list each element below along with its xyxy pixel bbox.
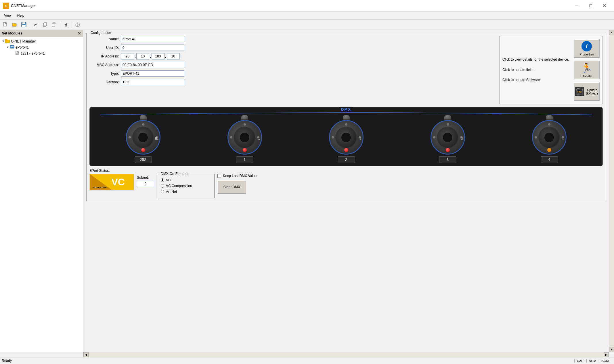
update-icon: 🏃 [581,62,592,73]
radio-artnet-btn[interactable] [161,190,164,193]
num-label-2: 2 [359,137,361,140]
type-input[interactable] [121,70,184,77]
dot-left-4 [535,136,537,138]
print-button[interactable]: 🖨 [62,21,70,29]
connector-middle-4 [538,127,560,148]
version-label: Version: [89,80,121,84]
connector-body-2[interactable]: 2 [329,120,364,155]
expand-icon-cnet: ▼ [2,40,5,43]
subnet-input[interactable] [137,181,154,187]
mac-input[interactable] [121,62,184,68]
menu-view[interactable]: View [1,13,14,18]
eport-status: EPort Status: VC compulite [89,169,134,190]
ip-label: IP Address: [89,54,121,58]
right-panel: Configuration Name: User ID: [83,30,609,352]
config-legend: Configuration [89,31,112,35]
ip-seg-1[interactable] [121,53,134,59]
tree-item-eport[interactable]: ▼ ePort-41 [0,44,83,50]
connector-number-3: 3 [439,156,456,163]
device-icon-eport [10,45,14,50]
menu-help[interactable]: Help [14,13,27,18]
panel-close-button[interactable]: ✕ [78,31,81,36]
version-input[interactable] [121,79,184,85]
close-button[interactable]: ✕ [598,1,611,10]
ip-seg-4[interactable] [167,53,180,59]
tree-label-eport: ePort-41 [16,45,29,49]
cut-button[interactable]: ✂ [31,21,40,29]
dot-top-3 [447,123,449,126]
connector-center-2 [341,132,351,142]
toolbar-sep-3 [72,22,72,28]
app-icon: C [3,3,9,9]
maximize-button[interactable]: □ [584,1,597,10]
ip-seg-2[interactable] [136,53,149,59]
dot-left-3 [433,136,435,138]
dot-left-2 [332,136,334,138]
titlebar: C CNETManager ─ □ ✕ [0,0,614,11]
paste-button[interactable] [50,21,58,29]
h-scroll-track[interactable] [89,352,604,357]
connector-body-3[interactable]: 3 [431,120,465,155]
update-software-button[interactable]: cmp UpdateSoftware [574,82,600,101]
type-row: Type: [89,70,495,77]
panel-title: Net Modules [2,31,22,35]
svg-rect-12 [53,23,55,24]
update-button[interactable]: 🏃 Update [574,61,600,79]
copy-button[interactable] [41,21,49,29]
num-label-1: 1 [258,137,260,140]
bottom-section: EPort Status: VC compulite [89,169,603,198]
userid-input[interactable] [121,45,184,51]
name-input[interactable] [121,36,184,42]
tree-area: ▼ C-NET Manager ▼ ePort-41 1281 - ePort [0,37,83,352]
window-controls: ─ □ ✕ [570,1,611,10]
compulite-logo: VC compulite [89,174,134,190]
open-button[interactable] [10,21,19,29]
scroll-up-button[interactable]: ▲ [609,30,614,35]
svg-rect-7 [22,22,25,24]
scroll-track[interactable] [609,35,614,347]
help-button[interactable]: ? [73,21,82,29]
minimize-button[interactable]: ─ [570,1,584,10]
scroll-right-button[interactable]: ▶ [604,352,609,357]
right-options: Keep Last DMX Value Clear DMX [217,174,257,194]
save-button[interactable] [20,21,28,29]
connector-center-4 [544,132,554,142]
tree-label-cnet: C-NET Manager [11,39,36,43]
radio-vc-btn[interactable] [161,178,164,182]
knob-3 [444,115,451,120]
knob-in [140,115,147,120]
name-label: Name: [89,37,121,41]
connector-number-in: 252 [135,156,152,163]
connector-body-in[interactable]: IN [126,120,160,155]
connector-body-4[interactable]: 4 [532,120,567,155]
eport-status-label: EPort Status: [89,169,134,173]
ip-input-group: . . . [121,53,180,59]
ip-seg-3[interactable] [152,53,165,59]
keep-last-dmx-checkbox[interactable] [217,174,221,178]
led-3 [446,148,450,152]
connector-number-1: 1 [236,156,253,163]
properties-button[interactable]: i Properties [574,39,600,58]
tree-item-cnet[interactable]: ▼ C-NET Manager [0,38,83,44]
clear-dmx-button[interactable]: Clear DMX [217,180,246,194]
svg-point-19 [12,46,14,47]
tree-item-1281[interactable]: 1281 - ePort-41 [0,50,83,56]
folder-icon-cnet [5,39,10,44]
scroll-left-button[interactable]: ◀ [83,352,89,357]
properties-desc: Click to view details for the selected d… [502,57,571,62]
properties-icon: i [582,41,592,51]
connector-body-1[interactable]: 1 [227,120,262,155]
status-scrl: SCRL [599,359,612,363]
statusbar: Ready CAP NUM SCRL [0,357,614,364]
dot-left-in [129,136,131,138]
new-button[interactable] [1,21,10,29]
scroll-down-button[interactable]: ▼ [609,347,614,352]
subnet-area: Subnet: [137,176,154,187]
connector-4: 4 4 [532,115,567,163]
right-scrollbar: ▲ ▼ [609,30,614,352]
subnet-label: Subnet: [137,176,154,180]
radio-vc-compression-btn[interactable] [161,184,164,188]
svg-text:compulite: compulite [93,186,107,189]
expand-icon-eport: ▼ [6,46,9,49]
keep-last-dmx-label: Keep Last DMX Value [223,174,257,178]
